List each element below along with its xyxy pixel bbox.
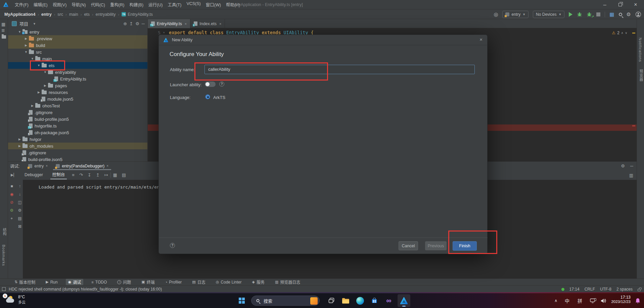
dialog-help-icon[interactable]: ? [170, 243, 175, 248]
tree-item-build[interactable]: ▶build [8, 42, 147, 49]
folder-icon[interactable] [2, 35, 6, 39]
stop-button[interactable] [596, 12, 600, 16]
step-into-icon[interactable]: ↧ [88, 172, 91, 177]
hide-panel-icon[interactable]: ─ [630, 163, 633, 168]
encoding-indicator[interactable]: UTF-8 [600, 287, 611, 292]
volume-icon[interactable] [601, 293, 606, 308]
taskbar-clock[interactable]: 17:13 2023/12/23 [611, 295, 631, 304]
arkts-radio-button[interactable] [205, 94, 210, 99]
help-icon[interactable]: ? [219, 82, 224, 87]
unlock-icon[interactable] [638, 289, 641, 291]
search-highlights-icon[interactable] [310, 297, 318, 305]
run-to-cursor-icon[interactable]: ↦ [104, 172, 108, 177]
tree-item-pages[interactable]: ▶pages [8, 82, 147, 89]
hidden-icons-chevron[interactable]: ∧ [554, 293, 557, 308]
tree-item-hvigor[interactable]: ▶hvigor [8, 136, 147, 143]
profiler-icon[interactable]: ▦ [609, 11, 614, 17]
file-explorer-button[interactable] [340, 296, 351, 306]
debug-button[interactable] [577, 12, 582, 17]
settings-gear-icon[interactable]: ⚙ [627, 11, 631, 17]
chevron-right-icon[interactable]: ▶ [17, 138, 22, 141]
menu-item[interactable]: 编辑(E) [34, 1, 48, 8]
menu-item[interactable]: 工具(T) [168, 1, 181, 8]
breadcrumb-item[interactable]: entry [41, 12, 52, 17]
tool-window-button-run[interactable]: ▶Run [43, 279, 60, 285]
mute-breakpoints-icon[interactable]: ⊘ [10, 200, 13, 205]
run-button[interactable] [569, 12, 572, 17]
taskbar-search-box[interactable]: 搜索 [251, 296, 320, 306]
inspections-widget[interactable]: ⚠ 2 ∧ ∨ [612, 31, 627, 35]
microsoft-store-button[interactable] [369, 296, 379, 306]
chevron-right-icon[interactable]: ▶ [23, 44, 29, 47]
menu-item[interactable]: 运行(U) [148, 1, 163, 8]
previous-button[interactable]: Previous [425, 241, 447, 250]
breadcrumb-item[interactable]: src [57, 12, 63, 17]
tool-window-button-debug[interactable]: ◉调试 [66, 279, 84, 285]
pin-tab-icon[interactable]: ⌖ [11, 216, 13, 221]
layout-settings-icon[interactable]: ▤ [122, 172, 126, 177]
tree-item-.gitignore[interactable]: ⊘.gitignore [8, 109, 147, 116]
tool-window-button-version-control[interactable]: ⇅版本控制 [12, 279, 38, 285]
scroll-to-top-icon[interactable]: ↑ [19, 184, 21, 189]
tool-window-button-services[interactable]: ◈服务 [249, 279, 267, 285]
debug-session-tab-entry(PandaDebugger)[interactable]: entry(PandaDebugger)× [52, 162, 112, 170]
chevron-right-icon[interactable]: ▶ [23, 37, 29, 40]
dialog-close-icon[interactable]: × [479, 37, 482, 42]
attach-debugger-button[interactable]: ↗ [587, 12, 592, 17]
previewer-tool-button[interactable]: 预览器 [638, 69, 644, 82]
menu-item[interactable]: 代码(C) [91, 1, 105, 8]
notifications-bell-icon[interactable] [635, 293, 641, 308]
tree-item-oh_modules[interactable]: ▶oh_modules [8, 143, 147, 149]
start-button[interactable] [237, 296, 247, 306]
resume-program-icon[interactable]: ▶▏ [11, 173, 16, 177]
collapse-all-icon[interactable]: ↥ [129, 21, 133, 26]
tree-item-module.json5[interactable]: 5module.json5 [8, 96, 147, 102]
search-everywhere-icon[interactable] [619, 13, 622, 16]
menu-item[interactable]: 视图(V) [53, 1, 67, 8]
device-select[interactable]: No Devices ▼ [533, 11, 564, 18]
menu-item[interactable]: 窗口(W) [206, 1, 221, 8]
tree-item-entry[interactable]: ▼entry [8, 29, 147, 35]
tab-close-icon[interactable]: × [46, 164, 48, 168]
run-configuration-select[interactable]: entry ▼ [502, 11, 528, 18]
ime-mode-indicator[interactable]: 拼 [578, 293, 582, 308]
tree-item-src[interactable]: ▼src [8, 49, 147, 55]
menu-item[interactable]: 构建(B) [129, 1, 143, 8]
menu-item[interactable]: 导航(N) [72, 1, 86, 8]
tab-close-icon[interactable]: × [219, 22, 221, 26]
close-button[interactable]: × [633, 2, 638, 8]
tool-window-button-previewer-log[interactable]: ▥预览器日志 [273, 279, 303, 285]
tree-item-.gitignore[interactable]: ⊘.gitignore [8, 149, 147, 156]
breadcrumb-item[interactable]: entryability [96, 12, 116, 17]
breadcrumb-item[interactable]: main [69, 12, 78, 17]
tree-item-entryability[interactable]: ▼entryability [8, 69, 147, 75]
menu-icon[interactable]: ≡ [72, 172, 75, 177]
account-avatar-icon[interactable] [635, 11, 641, 17]
chevron-right-icon[interactable]: ▶ [30, 104, 35, 107]
tree-item-build-profile.json5[interactable]: 5build-profile.json5 [8, 156, 147, 161]
tool-window-button-profiler[interactable]: ◔Profiler [163, 279, 184, 285]
weather-widget[interactable]: 1 8°C 多云 [4, 295, 26, 305]
tool-window-button-problems[interactable]: !问题 [115, 279, 133, 285]
project-tool-icon[interactable]: ▦ [1, 22, 5, 27]
deveco-studio-taskbar-button[interactable] [398, 294, 410, 307]
evaluate-expression-icon[interactable]: ▦ [113, 172, 117, 177]
chevron-down-icon[interactable]: ▼ [23, 50, 29, 54]
tool-window-button-terminal[interactable]: ▣终端 [139, 279, 157, 285]
debug-view-tab-Debugger[interactable]: Debugger [20, 170, 48, 180]
hide-panel-icon[interactable]: ─ [142, 21, 145, 26]
console-options-gear-icon[interactable]: ⚙ [18, 208, 22, 213]
launcher-ability-toggle[interactable] [205, 82, 216, 87]
tool-window-button-logs[interactable]: ▤日志 [190, 279, 208, 285]
tool-window-button-todo[interactable]: ≡TODO [89, 279, 109, 285]
restore-button[interactable] [618, 3, 622, 6]
editor-tab-Index.ets[interactable]: eIndex.ets× [190, 19, 225, 28]
minimize-button[interactable]: ─ [602, 2, 607, 7]
chevron-right-icon[interactable]: ▶ [36, 91, 42, 94]
prev-issue-icon[interactable]: ∧ [621, 31, 624, 35]
chevron-right-icon[interactable]: ▶ [42, 84, 48, 87]
editor-tab-EntryAbility.ts[interactable]: TSEntryAbility.ts× [148, 19, 190, 28]
visual-studio-button[interactable]: ∞ [384, 296, 394, 306]
task-view-button[interactable] [326, 296, 336, 306]
breadcrumb-item[interactable]: ets [84, 12, 90, 17]
